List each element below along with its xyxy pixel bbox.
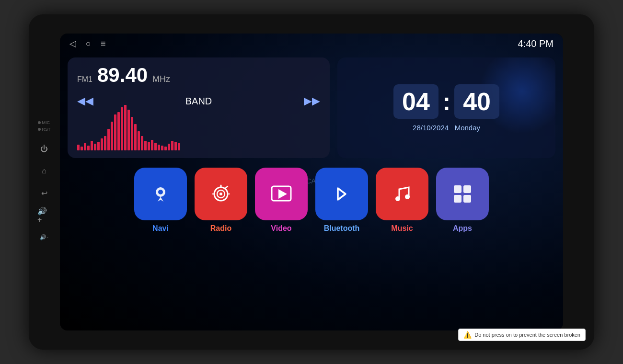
navi-label: Navi (152, 224, 169, 233)
apps-icon[interactable] (436, 168, 489, 220)
fm-unit: MHz (152, 74, 170, 84)
clock-widget: 04 : 40 28/10/2024 Monday (337, 57, 555, 158)
apps-label: Apps (453, 224, 472, 233)
svg-marker-10 (278, 189, 287, 199)
fm-frequency: 89.40 (97, 65, 148, 85)
back-nav-button[interactable]: ◁ (69, 38, 76, 49)
app-item-bluetooth[interactable]: Bluetooth (315, 168, 368, 233)
fm-label: FM1 (77, 75, 92, 84)
back-side-button[interactable]: ↩ (37, 186, 51, 200)
side-buttons: MIC RST ⏻ ⌂ ↩ 🔊+ 🔊- (37, 120, 51, 244)
clock-minute-box: 40 (454, 84, 499, 119)
music-label: Music (391, 224, 413, 233)
svg-line-6 (225, 186, 228, 189)
home-nav-button[interactable]: ○ (86, 39, 91, 49)
nav-buttons: ◁ ○ ≡ (69, 38, 105, 49)
rewind-button[interactable]: ◀◀ (77, 95, 93, 107)
clock-date: 28/10/2024 Monday (413, 124, 480, 132)
svg-rect-15 (463, 185, 471, 193)
home-side-button[interactable]: ⌂ (37, 164, 51, 178)
svg-rect-14 (454, 185, 461, 193)
menu-nav-button[interactable]: ≡ (101, 39, 106, 49)
volume-down-button[interactable]: 🔊- (37, 230, 51, 244)
svg-point-4 (219, 193, 222, 195)
mic-rst-labels: MIC RST (38, 120, 51, 132)
radio-header: FM1 89.40 MHz (77, 65, 320, 85)
app-grid: Navi Radi (68, 163, 555, 240)
svg-point-13 (405, 194, 410, 199)
power-button[interactable]: ⏻ (37, 142, 51, 156)
time-display: 4:40 PM (518, 38, 554, 49)
band-label: BAND (185, 96, 212, 107)
main-content: FM1 89.40 MHz ◀◀ BAND ▶▶ (60, 54, 563, 330)
clock-separator: : (442, 89, 450, 114)
svg-rect-16 (454, 195, 461, 203)
warning-text: Do not press on to prevent the screen br… (474, 332, 580, 338)
svg-point-12 (395, 196, 400, 201)
forward-button[interactable]: ▶▶ (304, 95, 320, 107)
radio-widget[interactable]: FM1 89.40 MHz ◀◀ BAND ▶▶ (68, 57, 330, 158)
svg-rect-17 (463, 195, 471, 203)
radio-controls: ◀◀ BAND ▶▶ (77, 95, 320, 107)
top-widgets: FM1 89.40 MHz ◀◀ BAND ▶▶ (68, 57, 555, 158)
equalizer (77, 117, 320, 150)
clock-hour-box: 04 (393, 84, 438, 119)
video-icon[interactable] (255, 168, 308, 220)
svg-point-1 (158, 190, 163, 194)
radio-label: Radio (210, 224, 231, 233)
screen: ◁ ○ ≡ 4:40 PM FM1 89.40 MHz ◀◀ BAND (60, 34, 563, 330)
rst-label: RST (42, 127, 51, 132)
day-value: Monday (455, 124, 480, 132)
top-bar: ◁ ○ ≡ 4:40 PM (60, 34, 563, 54)
app-item-radio[interactable]: Radio (195, 168, 247, 233)
app-item-video[interactable]: Video (255, 168, 308, 233)
music-icon[interactable] (376, 168, 428, 220)
clock-time: 04 : 40 (393, 84, 499, 119)
car-frame: MIC RST ⏻ ⌂ ↩ 🔊+ 🔊- ◁ ○ ≡ 4:40 PM (29, 14, 594, 350)
app-item-navi[interactable]: Navi (134, 168, 187, 233)
date-value: 28/10/2024 (413, 124, 449, 132)
bluetooth-label: Bluetooth (324, 224, 360, 233)
video-label: Video (271, 224, 291, 233)
mic-label: MIC (42, 120, 50, 125)
app-item-music[interactable]: Music (376, 168, 428, 233)
app-item-apps[interactable]: Apps (436, 168, 489, 233)
volume-up-button[interactable]: 🔊+ (37, 208, 51, 222)
clock-hour: 04 (402, 88, 430, 115)
clock-minute: 40 (463, 88, 491, 115)
navi-icon[interactable] (134, 168, 187, 220)
warning-icon: ⚠️ (463, 331, 472, 339)
bluetooth-icon[interactable] (315, 168, 368, 220)
radio-icon[interactable] (195, 168, 247, 220)
warning-sticker: ⚠️ Do not press on to prevent the screen… (458, 329, 586, 341)
